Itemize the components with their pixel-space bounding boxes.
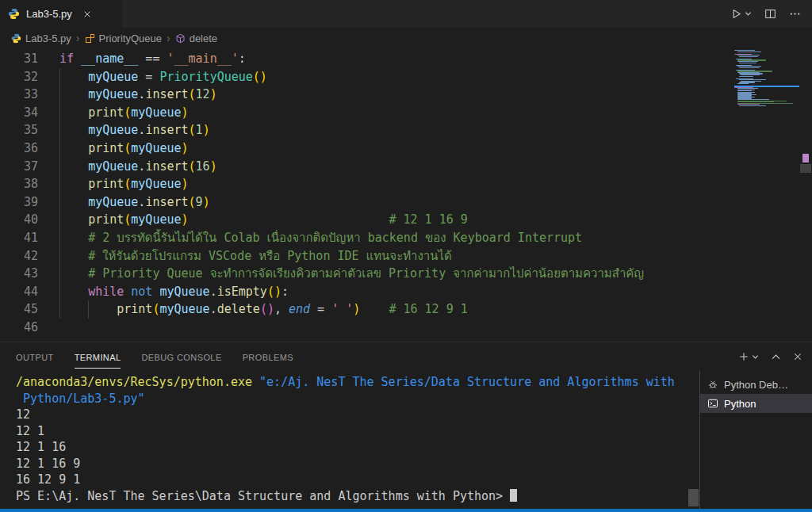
breadcrumb-separator: › bbox=[167, 32, 170, 44]
code-line[interactable]: 44 while not myQueue.isEmpty(): bbox=[0, 283, 733, 301]
line-number: 46 bbox=[0, 319, 38, 337]
indent-guide bbox=[59, 247, 60, 266]
tab-problems[interactable]: PROBLEMS bbox=[243, 346, 293, 369]
run-button[interactable] bbox=[730, 8, 752, 20]
code-line[interactable]: 41 # 2 บรรทัดนี้รันไม่ได้ใน Colab เนื่อง… bbox=[0, 229, 733, 247]
terminal-line: 16 12 9 1 bbox=[16, 472, 699, 488]
indent-guide bbox=[59, 300, 60, 319]
line-number: 45 bbox=[0, 300, 38, 319]
terminal-line: 12 1 16 bbox=[16, 439, 699, 456]
more-actions-ellipsis-icon[interactable] bbox=[789, 8, 801, 20]
code-line[interactable]: 43 # Priority Queue จะทำการจัดเรียงคิวตา… bbox=[0, 265, 733, 283]
tab-lab3-5[interactable]: Lab3-5.py bbox=[0, 0, 122, 28]
code-text bbox=[38, 319, 733, 337]
code-line[interactable]: 34 print(myQueue) bbox=[0, 104, 733, 122]
indent-guide bbox=[59, 193, 60, 212]
code-text: print(myQueue) bbox=[38, 104, 733, 122]
terminal-scrollbar-thumb[interactable] bbox=[688, 489, 699, 506]
code-line[interactable]: 35 myQueue.insert(1) bbox=[0, 121, 733, 139]
breadcrumb: Lab3-5.py › PriorityQueue › delete bbox=[0, 28, 812, 48]
terminal-line: /anaconda3/envs/RecSys/python.exe "e:/Aj… bbox=[16, 374, 699, 391]
tab-debug-console[interactable]: DEBUG CONSOLE bbox=[141, 346, 221, 369]
breadcrumb-class-label: PriorityQueue bbox=[99, 32, 162, 44]
minimap-code-row bbox=[739, 67, 760, 68]
terminal-item-python-debug[interactable]: Python Deb… bbox=[700, 375, 812, 394]
indent-guide bbox=[59, 139, 60, 158]
code-line[interactable]: 38 print(myQueue) bbox=[0, 175, 733, 193]
terminal-item-python[interactable]: Python bbox=[700, 394, 812, 413]
terminal-cursor bbox=[510, 489, 517, 502]
code-line[interactable]: 37 myQueue.insert(16) bbox=[0, 158, 733, 176]
terminal-line: 12 1 16 9 bbox=[16, 456, 699, 472]
terminal-list: Python Deb… Python bbox=[699, 371, 812, 509]
breadcrumb-method[interactable]: delete bbox=[175, 32, 217, 44]
tab-terminal[interactable]: TERMINAL bbox=[75, 346, 121, 369]
code-text: print(myQueue) bbox=[38, 139, 733, 158]
minimap-code-row bbox=[739, 56, 758, 57]
code-text: myQueue = PriorityQueue() bbox=[38, 68, 733, 86]
line-number: 39 bbox=[0, 193, 38, 212]
code-line[interactable]: 31if __name__ == '__main__': bbox=[0, 50, 733, 68]
line-number: 43 bbox=[0, 265, 38, 283]
code-text: # 2 บรรทัดนี้รันไม่ได้ใน Colab เนื่องจาก… bbox=[38, 229, 733, 247]
python-logo-icon bbox=[11, 33, 21, 44]
code-text: # Priority Queue จะทำการจัดเรียงคิวตามค่… bbox=[38, 265, 733, 283]
code-line[interactable]: 32 myQueue = PriorityQueue() bbox=[0, 68, 733, 86]
indent-guide bbox=[88, 300, 89, 319]
close-tab-icon[interactable] bbox=[83, 10, 91, 18]
code-text: while not myQueue.isEmpty(): bbox=[38, 283, 733, 301]
maximize-panel-chevron-up-icon[interactable] bbox=[771, 352, 781, 362]
new-terminal-plus-icon[interactable] bbox=[738, 351, 759, 362]
tab-output[interactable]: OUTPUT bbox=[16, 346, 54, 369]
code-text: print(myQueue.delete(), end = ' ') # 16 … bbox=[38, 300, 733, 319]
editor-scrollbar-thumb[interactable] bbox=[800, 164, 811, 173]
split-editor-icon[interactable] bbox=[764, 8, 776, 20]
indent-guide bbox=[59, 104, 60, 122]
minimap-code-row bbox=[737, 83, 749, 84]
indent-guide bbox=[59, 283, 60, 301]
code-area[interactable]: 31if __name__ == '__main__':32 myQueue =… bbox=[0, 50, 733, 337]
panel-actions bbox=[738, 351, 802, 362]
overview-ruler bbox=[799, 48, 812, 342]
breadcrumb-file-label: Lab3-5.py bbox=[25, 32, 71, 44]
line-number: 42 bbox=[0, 247, 38, 266]
code-text: myQueue.insert(16) bbox=[38, 158, 733, 176]
line-number: 40 bbox=[0, 211, 38, 229]
line-number: 36 bbox=[0, 139, 38, 158]
indent-guide bbox=[59, 229, 60, 247]
code-line[interactable]: 46 bbox=[0, 319, 733, 337]
terminal-item-label: Python Deb… bbox=[724, 379, 788, 391]
code-line[interactable]: 36 print(myQueue) bbox=[0, 139, 733, 158]
line-number: 34 bbox=[0, 104, 38, 122]
line-number: 37 bbox=[0, 158, 38, 176]
terminal-output[interactable]: /anaconda3/envs/RecSys/python.exe "e:/Aj… bbox=[0, 371, 699, 509]
minimap[interactable] bbox=[734, 48, 799, 342]
line-number: 38 bbox=[0, 175, 38, 193]
class-symbol-icon bbox=[85, 33, 95, 44]
code-line[interactable]: 33 myQueue.insert(12) bbox=[0, 86, 733, 104]
code-line[interactable]: 45 print(myQueue.delete(), end = ' ') # … bbox=[0, 300, 733, 319]
panel-body: /anaconda3/envs/RecSys/python.exe "e:/Aj… bbox=[0, 371, 812, 509]
terminal-item-label: Python bbox=[724, 398, 756, 410]
breadcrumb-file[interactable]: Lab3-5.py bbox=[11, 32, 71, 44]
bottom-panel: OUTPUT TERMINAL DEBUG CONSOLE PROBLEMS bbox=[0, 342, 812, 509]
run-dropdown-chevron-down-icon[interactable] bbox=[745, 10, 752, 17]
close-panel-x-icon[interactable] bbox=[793, 352, 802, 361]
indent-guide bbox=[59, 158, 60, 176]
status-bar bbox=[0, 509, 812, 512]
code-text: print(myQueue) # 12 1 16 9 bbox=[38, 211, 733, 229]
terminal-line: 12 1 bbox=[16, 423, 699, 440]
code-line[interactable]: 39 myQueue.insert(9) bbox=[0, 193, 733, 212]
code-line[interactable]: 40 print(myQueue) # 12 1 16 9 bbox=[0, 211, 733, 229]
breadcrumb-class[interactable]: PriorityQueue bbox=[85, 32, 162, 44]
minimap-code-row bbox=[739, 76, 753, 77]
code-line[interactable]: 42 # ให้รันด้วยโปรแกรม VSCode หรือ Pytho… bbox=[0, 247, 733, 266]
code-text: myQueue.insert(1) bbox=[38, 121, 733, 139]
breadcrumb-separator: › bbox=[76, 32, 80, 44]
terminal-lines: /anaconda3/envs/RecSys/python.exe "e:/Aj… bbox=[16, 374, 699, 504]
terminal-line: PS E:\Aj. NesT The Series\Data Structure… bbox=[16, 488, 699, 505]
line-number: 44 bbox=[0, 283, 38, 301]
code-editor[interactable]: 31if __name__ == '__main__':32 myQueue =… bbox=[0, 48, 812, 342]
panel-header: OUTPUT TERMINAL DEBUG CONSOLE PROBLEMS bbox=[0, 342, 812, 371]
launch-profile-chevron-down-icon[interactable] bbox=[752, 353, 759, 361]
